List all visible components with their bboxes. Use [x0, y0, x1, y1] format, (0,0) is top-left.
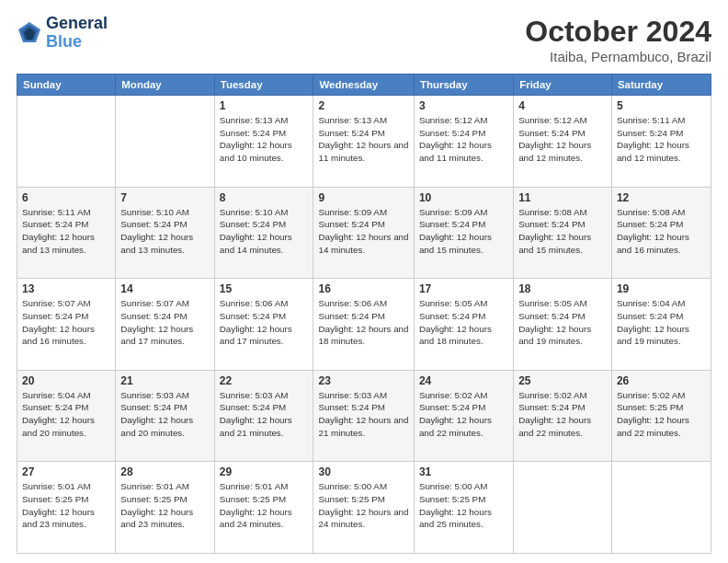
day-cell: 8Sunrise: 5:10 AM Sunset: 5:24 PM Daylig…	[214, 187, 313, 279]
day-cell: 16Sunrise: 5:06 AM Sunset: 5:24 PM Dayli…	[313, 279, 414, 371]
day-number: 31	[419, 465, 508, 478]
day-cell: 27Sunrise: 5:01 AM Sunset: 5:25 PM Dayli…	[17, 462, 116, 554]
calendar-header-row: SundayMondayTuesdayWednesdayThursdayFrid…	[17, 75, 711, 96]
day-cell: 30Sunrise: 5:00 AM Sunset: 5:25 PM Dayli…	[313, 462, 414, 554]
day-number: 9	[318, 191, 408, 204]
title-block: October 2024 Itaiba, Pernambuco, Brazil	[525, 15, 711, 64]
day-cell: 19Sunrise: 5:04 AM Sunset: 5:24 PM Dayli…	[611, 279, 711, 371]
day-cell: 24Sunrise: 5:02 AM Sunset: 5:24 PM Dayli…	[414, 370, 513, 462]
day-cell: 29Sunrise: 5:01 AM Sunset: 5:25 PM Dayli…	[214, 462, 313, 554]
day-cell	[611, 462, 711, 554]
week-row-4: 20Sunrise: 5:04 AM Sunset: 5:24 PM Dayli…	[17, 370, 711, 462]
day-info: Sunrise: 5:00 AM Sunset: 5:25 PM Dayligh…	[318, 480, 408, 531]
day-number: 12	[617, 191, 706, 204]
day-number: 25	[518, 374, 607, 387]
day-number: 28	[120, 465, 209, 478]
day-info: Sunrise: 5:06 AM Sunset: 5:24 PM Dayligh…	[220, 297, 309, 348]
day-number: 4	[518, 99, 607, 112]
day-number: 14	[120, 282, 209, 295]
day-info: Sunrise: 5:06 AM Sunset: 5:24 PM Dayligh…	[318, 297, 408, 348]
day-number: 30	[318, 465, 408, 478]
day-info: Sunrise: 5:02 AM Sunset: 5:24 PM Dayligh…	[518, 389, 607, 440]
month-title: October 2024	[525, 15, 711, 49]
day-number: 8	[220, 191, 309, 204]
day-cell: 5Sunrise: 5:11 AM Sunset: 5:24 PM Daylig…	[611, 96, 711, 188]
week-row-2: 6Sunrise: 5:11 AM Sunset: 5:24 PM Daylig…	[17, 187, 711, 279]
day-header-thursday: Thursday	[414, 75, 513, 96]
day-info: Sunrise: 5:02 AM Sunset: 5:25 PM Dayligh…	[617, 389, 706, 440]
day-info: Sunrise: 5:03 AM Sunset: 5:24 PM Dayligh…	[120, 389, 209, 440]
day-cell: 31Sunrise: 5:00 AM Sunset: 5:25 PM Dayli…	[414, 462, 513, 554]
day-number: 15	[220, 282, 309, 295]
week-row-3: 13Sunrise: 5:07 AM Sunset: 5:24 PM Dayli…	[17, 279, 711, 371]
day-info: Sunrise: 5:00 AM Sunset: 5:25 PM Dayligh…	[419, 480, 508, 531]
day-cell: 23Sunrise: 5:03 AM Sunset: 5:24 PM Dayli…	[313, 370, 414, 462]
day-cell: 11Sunrise: 5:08 AM Sunset: 5:24 PM Dayli…	[514, 187, 612, 279]
day-number: 7	[120, 191, 209, 204]
day-number: 17	[419, 282, 508, 295]
day-info: Sunrise: 5:09 AM Sunset: 5:24 PM Dayligh…	[318, 206, 408, 257]
day-header-friday: Friday	[514, 75, 612, 96]
day-header-wednesday: Wednesday	[313, 75, 414, 96]
day-info: Sunrise: 5:01 AM Sunset: 5:25 PM Dayligh…	[220, 480, 309, 531]
day-info: Sunrise: 5:01 AM Sunset: 5:25 PM Dayligh…	[22, 480, 110, 531]
day-cell: 9Sunrise: 5:09 AM Sunset: 5:24 PM Daylig…	[313, 187, 414, 279]
day-number: 5	[617, 99, 706, 112]
day-cell: 25Sunrise: 5:02 AM Sunset: 5:24 PM Dayli…	[514, 370, 612, 462]
day-info: Sunrise: 5:05 AM Sunset: 5:24 PM Dayligh…	[419, 297, 508, 348]
day-cell: 12Sunrise: 5:08 AM Sunset: 5:24 PM Dayli…	[611, 187, 711, 279]
day-header-monday: Monday	[116, 75, 214, 96]
day-cell: 28Sunrise: 5:01 AM Sunset: 5:25 PM Dayli…	[116, 462, 214, 554]
day-cell: 2Sunrise: 5:13 AM Sunset: 5:24 PM Daylig…	[313, 96, 414, 188]
page: General Blue October 2024 Itaiba, Pernam…	[0, 0, 728, 563]
day-number: 23	[318, 374, 408, 387]
day-number: 22	[220, 374, 309, 387]
day-number: 2	[318, 99, 408, 112]
logo: General Blue	[17, 15, 108, 52]
day-cell: 26Sunrise: 5:02 AM Sunset: 5:25 PM Dayli…	[611, 370, 711, 462]
day-number: 6	[22, 191, 110, 204]
logo-icon	[17, 20, 42, 46]
location-subtitle: Itaiba, Pernambuco, Brazil	[525, 49, 711, 64]
day-number: 10	[419, 191, 508, 204]
day-info: Sunrise: 5:02 AM Sunset: 5:24 PM Dayligh…	[419, 389, 508, 440]
day-info: Sunrise: 5:12 AM Sunset: 5:24 PM Dayligh…	[518, 114, 607, 165]
day-cell: 21Sunrise: 5:03 AM Sunset: 5:24 PM Dayli…	[116, 370, 214, 462]
week-row-5: 27Sunrise: 5:01 AM Sunset: 5:25 PM Dayli…	[17, 462, 711, 554]
day-cell: 22Sunrise: 5:03 AM Sunset: 5:24 PM Dayli…	[214, 370, 313, 462]
day-cell: 15Sunrise: 5:06 AM Sunset: 5:24 PM Dayli…	[214, 279, 313, 371]
day-number: 26	[617, 374, 706, 387]
day-number: 13	[22, 282, 110, 295]
day-cell: 14Sunrise: 5:07 AM Sunset: 5:24 PM Dayli…	[116, 279, 214, 371]
day-info: Sunrise: 5:03 AM Sunset: 5:24 PM Dayligh…	[318, 389, 408, 440]
day-info: Sunrise: 5:04 AM Sunset: 5:24 PM Dayligh…	[617, 297, 706, 348]
day-info: Sunrise: 5:13 AM Sunset: 5:24 PM Dayligh…	[220, 114, 309, 165]
day-number: 11	[518, 191, 607, 204]
day-cell	[514, 462, 612, 554]
week-row-1: 1Sunrise: 5:13 AM Sunset: 5:24 PM Daylig…	[17, 96, 711, 188]
day-info: Sunrise: 5:07 AM Sunset: 5:24 PM Dayligh…	[22, 297, 110, 348]
day-info: Sunrise: 5:08 AM Sunset: 5:24 PM Dayligh…	[518, 206, 607, 257]
day-cell: 13Sunrise: 5:07 AM Sunset: 5:24 PM Dayli…	[17, 279, 116, 371]
day-cell: 18Sunrise: 5:05 AM Sunset: 5:24 PM Dayli…	[514, 279, 612, 371]
day-info: Sunrise: 5:05 AM Sunset: 5:24 PM Dayligh…	[518, 297, 607, 348]
day-cell: 3Sunrise: 5:12 AM Sunset: 5:24 PM Daylig…	[414, 96, 513, 188]
day-info: Sunrise: 5:08 AM Sunset: 5:24 PM Dayligh…	[617, 206, 706, 257]
header: General Blue October 2024 Itaiba, Pernam…	[17, 15, 711, 64]
day-info: Sunrise: 5:13 AM Sunset: 5:24 PM Dayligh…	[318, 114, 408, 165]
day-cell: 1Sunrise: 5:13 AM Sunset: 5:24 PM Daylig…	[214, 96, 313, 188]
day-cell: 10Sunrise: 5:09 AM Sunset: 5:24 PM Dayli…	[414, 187, 513, 279]
day-number: 20	[22, 374, 110, 387]
day-cell	[17, 96, 116, 188]
day-number: 19	[617, 282, 706, 295]
day-cell: 7Sunrise: 5:10 AM Sunset: 5:24 PM Daylig…	[116, 187, 214, 279]
day-info: Sunrise: 5:07 AM Sunset: 5:24 PM Dayligh…	[120, 297, 209, 348]
day-cell: 6Sunrise: 5:11 AM Sunset: 5:24 PM Daylig…	[17, 187, 116, 279]
day-info: Sunrise: 5:10 AM Sunset: 5:24 PM Dayligh…	[120, 206, 209, 257]
day-number: 27	[22, 465, 110, 478]
day-header-sunday: Sunday	[17, 75, 116, 96]
day-cell: 17Sunrise: 5:05 AM Sunset: 5:24 PM Dayli…	[414, 279, 513, 371]
day-cell	[116, 96, 214, 188]
logo-text: General Blue	[46, 15, 108, 52]
day-info: Sunrise: 5:10 AM Sunset: 5:24 PM Dayligh…	[220, 206, 309, 257]
